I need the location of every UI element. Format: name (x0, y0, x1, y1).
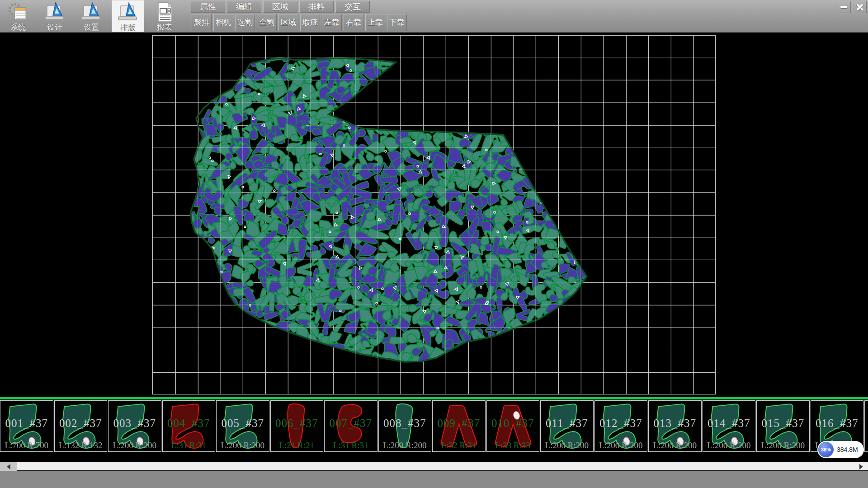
piece-name: 001_#37 (0, 417, 53, 430)
piece-thumbnail-13[interactable]: 013_#37L:200 R:200 (648, 400, 702, 452)
menu-button-1[interactable]: 属性 (191, 1, 225, 13)
piece-lr-count: L:200 R:200 (541, 441, 593, 450)
main-button-4[interactable]: 排版 (112, 0, 144, 32)
minimize-button[interactable] (837, 1, 851, 13)
main-button-label: 排版 (120, 24, 136, 32)
chevron-right-icon (859, 464, 863, 469)
scroll-right-button[interactable] (854, 462, 868, 471)
piece-thumbnail-11[interactable]: 011_#37L:200 R:200 (540, 400, 594, 452)
piece-lr-count: L:21 R:21 (271, 441, 323, 450)
piece-thumbnail-15[interactable]: 015_#37L:200 R:200 (756, 400, 810, 452)
tool-button-9[interactable]: 上靠 (365, 14, 385, 31)
piece-lr-count: L:32 R:31 (433, 441, 485, 450)
piece-name: 004_#37 (163, 417, 215, 430)
close-icon (856, 4, 863, 11)
tool-button-10[interactable]: 下靠 (387, 14, 407, 31)
piece-thumbnail-8[interactable]: 008_#37L:200 R:200 (378, 400, 432, 452)
chevron-left-icon (7, 464, 10, 469)
minimize-icon (840, 6, 847, 8)
window-controls (837, 1, 867, 13)
piece-lr-count: L:200 R:200 (108, 441, 161, 450)
main-button-1[interactable]: 系统 (2, 0, 34, 32)
menu-row-primary: 属性编辑区域排料交互 (191, 1, 370, 13)
piece-thumbnail-5[interactable]: 005_#37L:200 R:200 (216, 400, 269, 452)
tool-button-3[interactable]: 选割 (235, 14, 255, 31)
laptop-ruler-icon (44, 1, 65, 23)
piece-name: 012_#37 (595, 417, 647, 430)
tool-button-7[interactable]: 左靠 (322, 14, 342, 31)
piece-name: 003_#37 (108, 417, 161, 430)
piece-lr-count: L:200 R:200 (217, 441, 269, 450)
nesting-canvas[interactable] (0, 33, 868, 397)
piece-name: 014_#37 (703, 417, 755, 430)
piece-thumbnail-17[interactable]: 017_#37L:2 (864, 400, 868, 452)
main-button-label: 设计 (47, 23, 62, 31)
piece-lr-count: L:200 R:200 (703, 441, 755, 450)
piece-thumbnail-12[interactable]: 012_#37L:200 R:200 (594, 400, 648, 452)
memory-value: 384.8M (837, 446, 858, 453)
piece-name: 008_#37 (379, 417, 431, 430)
laptop-ruler-icon (118, 2, 138, 23)
piece-lr-count: L:2 (865, 441, 868, 450)
piece-name: 002_#37 (55, 417, 107, 430)
scroll-left-button[interactable] (0, 462, 17, 471)
piece-lr-count: L:31 R:31 (325, 441, 377, 450)
piece-thumbnail-14[interactable]: 014_#37L:200 R:200 (703, 400, 756, 452)
bottom-status-band (0, 471, 868, 488)
piece-lr-count: L:200 R:200 (379, 441, 431, 450)
piece-name: 013_#37 (649, 417, 701, 430)
piece-thumbnail-10[interactable]: 010_#37L:33 R:33 (486, 400, 540, 452)
piece-name: 006_#37 (271, 417, 323, 430)
piece-thumbnail-3[interactable]: 003_#37L:200 R:200 (108, 400, 161, 452)
piece-thumbnail-1[interactable]: 001_#37L:700 R:700 (0, 400, 53, 452)
gear-table-icon (8, 1, 28, 23)
hide-nest-drawing (0, 33, 868, 397)
laptop-ruler-icon (81, 1, 102, 23)
memory-status-badge: 38% 384.8M (817, 441, 864, 458)
piece-thumbnail-strip: 001_#37L:700 R:700002_#37L:132 R:132003_… (0, 400, 868, 452)
piece-thumbnail-2[interactable]: 002_#37L:132 R:132 (54, 400, 108, 452)
menu-row-secondary: 聚排相机选割全割区域瑕疵左靠右靠上靠下靠 (192, 14, 407, 31)
menu-button-4[interactable]: 排料 (299, 1, 334, 13)
piece-lr-count: L:132 R:132 (55, 441, 107, 450)
tool-button-4[interactable]: 全割 (257, 14, 277, 31)
piece-name: 017_#37 (865, 417, 868, 430)
report-icon (154, 1, 175, 23)
main-button-group: 系统设计设置排版报表 (2, 0, 181, 33)
strip-separator-line (0, 397, 868, 399)
main-button-label: 设置 (84, 23, 99, 31)
piece-name: 011_#37 (541, 417, 593, 430)
piece-thumbnail-7[interactable]: 007_#37L:31 R:31 (324, 400, 377, 452)
tool-button-8[interactable]: 右靠 (344, 14, 363, 31)
tool-button-1[interactable]: 聚排 (192, 14, 212, 31)
main-button-label: 报表 (157, 23, 172, 31)
piece-lr-count: L:33 R:33 (487, 441, 539, 450)
main-button-2[interactable]: 设计 (38, 0, 71, 32)
menu-button-5[interactable]: 交互 (335, 1, 370, 13)
piece-lr-count: L:200 R:200 (757, 441, 809, 450)
piece-lr-count: L:200 R:200 (595, 441, 647, 450)
horizontal-scrollbar[interactable] (0, 461, 868, 470)
piece-name: 005_#37 (217, 417, 269, 430)
piece-name: 009_#37 (433, 417, 485, 430)
tool-button-6[interactable]: 瑕疵 (300, 14, 320, 31)
piece-thumbnail-9[interactable]: 009_#37L:32 R:31 (432, 400, 486, 452)
close-button[interactable] (853, 1, 867, 13)
menu-button-2[interactable]: 编辑 (227, 1, 261, 13)
piece-thumbnail-4[interactable]: 004_#37L:31 R:31 (162, 400, 216, 452)
piece-lr-count: L:200 R:200 (649, 441, 701, 450)
piece-name: 015_#37 (757, 417, 809, 430)
piece-name: 007_#37 (325, 417, 377, 430)
piece-name: 010_#37 (487, 417, 539, 430)
piece-name: 016_#37 (811, 417, 863, 430)
percent-indicator: 38% (818, 442, 834, 457)
piece-thumbnail-6[interactable]: 006_#37L:21 R:21 (270, 400, 324, 452)
main-button-3[interactable]: 设置 (75, 0, 108, 32)
tool-button-2[interactable]: 相机 (213, 14, 233, 31)
main-button-5[interactable]: 报表 (148, 0, 181, 32)
main-button-label: 系统 (10, 23, 26, 31)
piece-lr-count: L:700 R:700 (0, 441, 53, 450)
tool-button-5[interactable]: 区域 (278, 14, 298, 31)
piece-lr-count: L:31 R:31 (163, 441, 215, 450)
menu-button-3[interactable]: 区域 (263, 1, 297, 13)
